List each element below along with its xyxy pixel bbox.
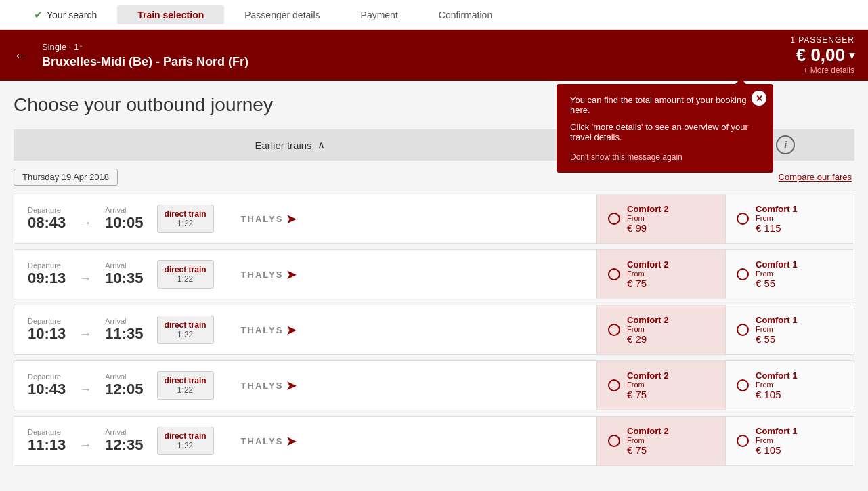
comfort2-info: Comfort 2 From € 29	[627, 315, 668, 345]
thalys-logo: THALYS ➤	[241, 433, 298, 449]
comfort1-info: Comfort 1 From € 115	[756, 204, 797, 234]
comfort1-cell[interactable]: Comfort 1 From € 105	[725, 361, 854, 410]
arrow-icon: →	[79, 375, 91, 397]
comfort2-cell[interactable]: Comfort 2 From € 75	[596, 361, 725, 410]
progress-bar: ✔ Your search Train selection Passenger …	[0, 0, 868, 30]
comfort1-from: From	[756, 214, 797, 222]
comfort1-label: Comfort 1	[756, 204, 797, 214]
arrow-icon: →	[79, 263, 91, 286]
direct-label: direct train	[165, 320, 207, 330]
comfort1-label: Comfort 1	[756, 370, 797, 381]
comfort1-radio[interactable]	[737, 213, 749, 225]
step-confirmation[interactable]: Confirmation	[418, 9, 513, 20]
back-button[interactable]: ←	[14, 47, 28, 64]
comfort2-from: From	[627, 436, 668, 444]
comfort2-radio[interactable]	[608, 435, 620, 447]
departure-time: 10:43	[28, 381, 66, 398]
thalys-logo: THALYS ➤	[241, 211, 298, 227]
comfort1-from: From	[756, 325, 797, 333]
thalys-text: THALYS	[241, 436, 284, 446]
step-your-search[interactable]: ✔ Your search	[14, 8, 117, 21]
comfort1-from: From	[756, 270, 797, 278]
comfort2-price: € 99	[627, 222, 668, 234]
arrival-label: Arrival	[105, 317, 143, 325]
thalys-arrow-icon: ➤	[286, 433, 297, 449]
passenger-count: 1 PASSENGER	[790, 35, 854, 45]
train-main-3: Departure 10:43 → Arrival 12:05 direct t…	[14, 361, 596, 410]
departure-label: Departure	[28, 261, 66, 270]
arrival-time: 11:35	[105, 325, 143, 343]
comfort2-label: Comfort 2	[627, 204, 668, 214]
step-train-selection[interactable]: Train selection	[117, 5, 224, 24]
comfort1-label: Comfort 1	[756, 426, 797, 436]
comfort2-cell[interactable]: Comfort 2 From € 29	[596, 305, 725, 354]
comfort2-cell[interactable]: Comfort 2 From € 75	[596, 250, 725, 299]
comfort1-cell[interactable]: Comfort 1 From € 55	[725, 305, 854, 354]
step-passenger-details[interactable]: Passenger details	[224, 9, 340, 20]
arrival-label: Arrival	[105, 261, 143, 270]
tooltip-line2: Click 'more details' to see an overview …	[570, 122, 760, 142]
arrival-time: 10:05	[105, 214, 143, 232]
price-dropdown-icon[interactable]: ▾	[849, 49, 854, 62]
arrow-icon: →	[79, 208, 91, 230]
train-main-1: Departure 09:13 → Arrival 10:35 direct t…	[14, 250, 596, 299]
step-payment[interactable]: Payment	[341, 9, 418, 20]
compare-fares-link[interactable]: Compare our fares	[779, 172, 852, 182]
departure-time: 08:43	[28, 214, 66, 232]
tooltip-popup: ✕ You can find the total amount of your …	[557, 84, 773, 173]
comfort1-price: € 115	[756, 222, 797, 234]
earlier-trains-button[interactable]: Earlier trains ∧	[14, 129, 566, 161]
direct-label: direct train	[165, 376, 207, 385]
comfort1-price: € 55	[756, 278, 797, 289]
arrival-label: Arrival	[105, 372, 143, 381]
tooltip-close-button[interactable]: ✕	[752, 91, 766, 106]
comfort2-radio[interactable]	[608, 379, 620, 391]
price-amount: € 0,00 ▾	[796, 45, 854, 66]
thalys-logo: THALYS ➤	[241, 322, 298, 338]
arrival-time: 10:35	[105, 270, 143, 287]
comfort1-radio[interactable]	[737, 324, 749, 336]
comfort2-radio[interactable]	[608, 213, 620, 225]
comfort1-cell[interactable]: Comfort 1 From € 55	[725, 250, 854, 299]
thalys-arrow-icon: ➤	[286, 322, 297, 338]
train-type-box: direct train 1:22	[157, 427, 214, 455]
arrow-icon: →	[79, 319, 91, 341]
arrival-time: 12:05	[105, 381, 143, 398]
comfort2-label: Comfort 2	[627, 259, 668, 270]
thalys-arrow-icon: ➤	[286, 211, 297, 227]
train-type-box: direct train 1:22	[157, 205, 214, 233]
comfort2-label: Comfort 2	[627, 315, 668, 325]
comfort1-radio[interactable]	[737, 379, 749, 391]
arrival-info: Arrival 11:35	[105, 317, 143, 343]
departure-info: Departure 11:13	[28, 428, 66, 454]
arrival-info: Arrival 12:35	[105, 428, 143, 454]
journey-info: Single · 1↑ Bruxelles-Midi (Be) - Paris …	[42, 42, 790, 69]
train-list: Departure 08:43 → Arrival 10:05 direct t…	[14, 194, 854, 466]
direct-label: direct train	[165, 265, 207, 274]
fare-cols: Comfort 2 From € 99 Comfort 1 From € 115	[596, 194, 854, 243]
journey-route: Bruxelles-Midi (Be) - Paris Nord (Fr)	[42, 55, 790, 69]
departure-label: Departure	[28, 206, 66, 214]
comfort1-radio[interactable]	[737, 268, 749, 280]
comfort2-radio[interactable]	[608, 268, 620, 280]
comfort1-cell[interactable]: Comfort 1 From € 105	[725, 417, 854, 465]
comfort1-info: Comfort 1 From € 105	[756, 370, 797, 400]
comfort1-radio[interactable]	[737, 435, 749, 447]
comfort2-cell[interactable]: Comfort 2 From € 99	[596, 194, 725, 243]
thalys-text: THALYS	[241, 381, 284, 391]
fare-cols: Comfort 2 From € 29 Comfort 1 From € 55	[596, 305, 854, 354]
train-row: Departure 10:43 → Arrival 12:05 direct t…	[14, 360, 854, 410]
train-type-box: direct train 1:22	[157, 260, 214, 289]
comfort1-price: € 105	[756, 444, 797, 456]
thalys-arrow-icon: ➤	[286, 377, 297, 393]
dont-show-link[interactable]: Don't show this message again	[570, 152, 682, 162]
comfort2-cell[interactable]: Comfort 2 From € 75	[596, 417, 725, 465]
more-details-link[interactable]: + More details	[803, 66, 854, 75]
comfort2-info: Comfort 2 From € 99	[627, 204, 668, 234]
info-button[interactable]: i	[776, 135, 795, 154]
check-icon: ✔	[34, 8, 43, 21]
arrival-info: Arrival 10:35	[105, 261, 143, 287]
comfort1-info: Comfort 1 From € 55	[756, 315, 797, 345]
comfort2-radio[interactable]	[608, 324, 620, 336]
comfort1-cell[interactable]: Comfort 1 From € 115	[725, 194, 854, 243]
